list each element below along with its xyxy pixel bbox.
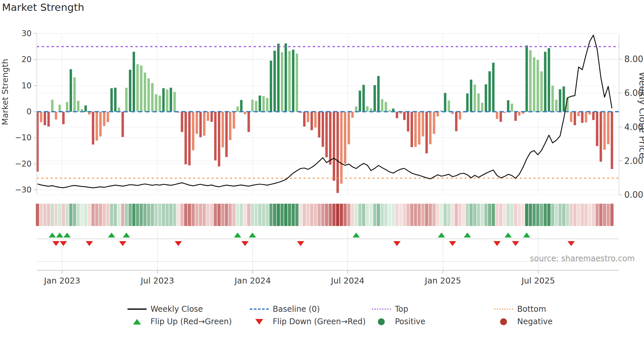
strength-bar-negative	[55, 112, 57, 120]
strength-bar-positive	[362, 85, 365, 112]
strength-bar-negative	[322, 112, 324, 147]
heatmap-cell	[62, 204, 65, 226]
strength-bar-negative	[600, 112, 602, 162]
heatmap-cell	[507, 204, 510, 226]
strength-bar-negative	[396, 112, 398, 118]
heatmap-cell	[440, 204, 443, 226]
strength-bar-negative	[185, 112, 187, 164]
flip-down-marker	[393, 241, 401, 246]
strength-bar-negative	[181, 112, 183, 132]
right-axis-tick-label: 0.00	[624, 190, 643, 200]
heatmap-cell	[140, 204, 143, 226]
flip-up-marker	[438, 233, 445, 238]
heatmap-cell	[358, 204, 361, 226]
strength-bar-positive	[296, 54, 298, 112]
heatmap-cell	[117, 204, 121, 226]
flip-down-marker	[175, 241, 182, 246]
heatmap-cell	[184, 204, 187, 226]
strength-bar-negative	[303, 112, 305, 126]
heatmap-cell	[577, 204, 580, 226]
triangle-down-icon	[255, 319, 263, 325]
heatmap-cell	[406, 204, 410, 226]
strength-bar-positive	[251, 100, 254, 112]
heatmap-cell	[329, 204, 332, 226]
strength-bar-negative	[62, 112, 64, 124]
flip-down-marker	[567, 241, 575, 246]
heatmap-cell	[380, 204, 384, 226]
strength-heatmap	[36, 204, 613, 226]
strength-bar-negative	[99, 112, 102, 136]
strength-bar-positive	[525, 46, 528, 112]
strength-bar-negative	[314, 112, 316, 127]
heatmap-cell	[169, 204, 172, 226]
strength-bar-positive	[529, 50, 532, 112]
heatmap-cell	[210, 204, 213, 226]
heatmap-cell	[55, 204, 58, 226]
heatmap-cell	[195, 204, 198, 226]
heatmap-cell	[536, 204, 540, 226]
heatmap-cell	[569, 204, 573, 226]
strength-bar-positive	[355, 106, 357, 112]
strength-bar-negative	[233, 112, 235, 129]
heatmap-cell	[388, 204, 391, 226]
flip-up-marker	[123, 233, 130, 238]
heatmap-cell	[340, 204, 343, 226]
left-axis-title: Market Strength	[0, 59, 10, 125]
heatmap-cell	[265, 204, 269, 226]
strength-bar-positive	[170, 88, 172, 112]
strength-bar-positive	[281, 52, 283, 112]
legend-item: Baseline (0)	[250, 304, 320, 314]
strength-bar-positive	[385, 102, 387, 112]
flip-down-marker	[119, 241, 126, 246]
heatmap-cell	[462, 204, 465, 226]
legend-item: Positive	[372, 317, 426, 327]
strength-bar-negative	[607, 112, 609, 144]
heatmap-cell	[395, 204, 399, 226]
heatmap-cell	[199, 204, 202, 226]
legend-item: Flip Up (Red→Green)	[127, 317, 232, 327]
strength-bar-negative	[344, 112, 346, 164]
heatmap-cell	[355, 204, 358, 226]
heatmap-cell	[106, 204, 109, 226]
strength-bar-positive	[485, 84, 487, 112]
legend-item: Negative	[494, 317, 553, 327]
strength-bar-positive	[236, 106, 239, 112]
strength-bar-negative	[592, 112, 594, 120]
heatmap-cell	[77, 204, 80, 226]
flip-up-marker	[234, 233, 241, 238]
strength-bar-negative	[459, 112, 461, 120]
flip-markers	[37, 233, 619, 246]
heatmap-cell	[518, 204, 521, 226]
heatmap-cell	[206, 204, 210, 226]
heatmap-cell	[540, 204, 543, 226]
strength-bar-positive	[473, 84, 476, 112]
strength-bar-negative	[577, 112, 580, 116]
legend-label: Top	[395, 305, 408, 314]
right-axis-title: Weekly Close Price	[637, 72, 644, 158]
heatmap-cell	[484, 204, 488, 226]
strength-bar-positive	[266, 98, 268, 112]
heatmap-cell	[551, 204, 554, 226]
strength-bar-positive	[159, 96, 161, 112]
line-swatch	[127, 308, 147, 310]
strength-bar-positive	[73, 77, 76, 112]
strength-bar-negative	[455, 112, 457, 131]
heatmap-cell	[325, 204, 328, 226]
strength-bar-positive	[51, 100, 53, 112]
heatmap-cell	[95, 204, 99, 226]
heatmap-cell	[291, 204, 295, 226]
heatmap-cell	[258, 204, 262, 226]
heatmap-cell	[58, 204, 61, 226]
heatmap-cell	[603, 204, 606, 226]
flip-down-marker	[494, 241, 501, 246]
heatmap-cell	[533, 204, 536, 226]
heatmap-cell	[36, 204, 39, 226]
strength-bar-positive	[144, 73, 146, 112]
strength-bar-positive	[162, 88, 165, 112]
heatmap-cell	[281, 204, 284, 226]
heatmap-cell	[473, 204, 476, 226]
heatmap-cell	[303, 204, 306, 226]
heatmap-cell	[592, 204, 595, 226]
heatmap-cell	[477, 204, 480, 226]
heatmap-cell	[73, 204, 76, 226]
